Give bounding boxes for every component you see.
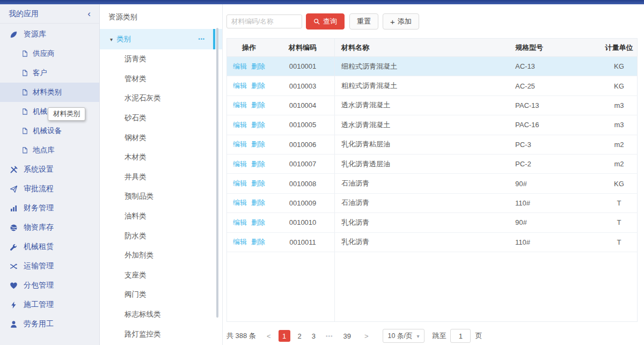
spec-model: 110# — [510, 233, 601, 252]
edit-link[interactable]: 编辑 — [233, 218, 247, 227]
delete-link[interactable]: 删除 — [251, 120, 265, 130]
material-name: 透水沥青混凝土 — [335, 115, 510, 134]
table-row[interactable]: 编辑删除 0010011 乳化沥青 110# T — [227, 233, 637, 252]
sidebar-item-resource-library[interactable]: 资源库 — [0, 25, 99, 44]
jump-page-input[interactable] — [450, 329, 471, 343]
sidebar-item-location-library[interactable]: 地点库 — [0, 141, 99, 160]
edit-link[interactable]: 编辑 — [233, 100, 247, 110]
page-size-value: 10 条/页 — [388, 332, 413, 341]
category-item[interactable]: 水泥石灰类 — [100, 89, 222, 108]
delete-link[interactable]: 删除 — [251, 237, 265, 247]
delete-link[interactable]: 删除 — [251, 179, 265, 188]
category-item[interactable]: 防水类 — [100, 226, 222, 246]
more-actions-icon[interactable]: ••• — [199, 36, 205, 42]
table-row[interactable]: 编辑删除 0010004 透水沥青混凝土 PAC-13 m3 — [227, 96, 637, 115]
material-name: 乳化沥青 — [335, 233, 510, 252]
edit-link[interactable]: 编辑 — [233, 237, 247, 247]
scrollbar[interactable] — [216, 28, 218, 318]
toolbar: 查询 重置 + 添加 — [226, 13, 644, 30]
category-item[interactable]: 砂石类 — [100, 108, 222, 128]
edit-link[interactable]: 编辑 — [233, 159, 247, 169]
prev-page-icon[interactable]: < — [267, 332, 271, 340]
sidebar-item-approval-flow[interactable]: 审批流程 — [0, 179, 99, 199]
sidebar-item-label: 财务管理 — [24, 203, 54, 213]
table-row[interactable]: 编辑删除 0010003 粗粒式沥青混凝土 AC-25 KG — [227, 76, 637, 96]
sidebar-item-construction[interactable]: 施工管理 — [0, 295, 99, 314]
sidebar-item-supplier[interactable]: 供应商 — [0, 44, 99, 63]
delete-link[interactable]: 删除 — [251, 81, 265, 91]
edit-link[interactable]: 编辑 — [233, 120, 247, 130]
ellipsis-icon[interactable]: ••• — [326, 333, 333, 339]
material-code: 0010006 — [271, 135, 335, 154]
caret-down-icon[interactable]: ▾ — [110, 36, 113, 42]
sidebar-item-transport[interactable]: 运输管理 — [0, 256, 99, 276]
category-item[interactable]: 外加剂类 — [100, 246, 222, 266]
edit-link[interactable]: 编辑 — [233, 81, 247, 91]
reset-button[interactable]: 重置 — [349, 13, 378, 30]
edit-link[interactable]: 编辑 — [233, 179, 247, 188]
category-item[interactable]: 井具类 — [100, 167, 222, 187]
category-item[interactable]: 木材类 — [100, 148, 222, 167]
table-empty-area — [227, 252, 637, 321]
search-icon — [313, 18, 320, 25]
edit-link[interactable]: 编辑 — [233, 198, 247, 208]
sidebar-item-labor[interactable]: 劳务用工 — [0, 314, 99, 334]
page-button-39[interactable]: 39 — [343, 332, 351, 340]
sidebar-item-machine-equipment[interactable]: 机械设备 — [0, 121, 99, 141]
table-row[interactable]: 编辑删除 0010008 石油沥青 90# KG — [227, 174, 637, 193]
file-icon — [21, 108, 28, 115]
total-count: 共 388 条 — [226, 331, 256, 341]
category-item[interactable]: 标志标线类 — [100, 305, 222, 325]
page-button-3[interactable]: 3 — [312, 332, 316, 340]
sidebar-item-subcontract[interactable]: 分包管理 — [0, 276, 99, 295]
table-row[interactable]: 编辑删除 0010009 石油沥青 110# T — [227, 194, 637, 213]
category-item[interactable]: 支座类 — [100, 266, 222, 285]
query-button[interactable]: 查询 — [306, 13, 345, 30]
category-item[interactable]: 油料类 — [100, 207, 222, 226]
sidebar-item-finance[interactable]: 财务管理 — [0, 199, 99, 218]
chevron-down-icon: ▾ — [416, 333, 419, 339]
delete-link[interactable]: 删除 — [251, 198, 265, 208]
add-button[interactable]: + 添加 — [383, 13, 419, 30]
sidebar-header: 我的应用 ‹ — [0, 4, 99, 24]
page-size-select[interactable]: 10 条/页 ▾ — [383, 329, 425, 343]
bolt-icon — [9, 300, 18, 309]
pagination: 共 388 条 < 1 2 3 ••• 39 > 10 条/页 ▾ 跳至 页 — [226, 329, 644, 343]
delete-link[interactable]: 删除 — [251, 159, 265, 169]
category-item[interactable]: 阀门类 — [100, 285, 222, 305]
table-row[interactable]: 编辑删除 0010007 乳化沥青透层油 PC-2 m2 — [227, 155, 637, 174]
sidebar-item-machine-rental[interactable]: 机械租赁 — [0, 237, 99, 256]
table-row[interactable]: 编辑删除 0010001 细粒式沥青混凝土 AC-13 KG — [227, 57, 637, 76]
delete-link[interactable]: 删除 — [251, 100, 265, 110]
edit-link[interactable]: 编辑 — [233, 140, 247, 149]
sidebar-item-material-category[interactable]: 材料类别 — [0, 83, 99, 102]
shuffle-icon — [9, 262, 18, 270]
table-row[interactable]: 编辑删除 0010005 透水沥青混凝土 PAC-16 m3 — [227, 115, 637, 135]
page-button-2[interactable]: 2 — [298, 332, 302, 340]
next-page-icon[interactable]: > — [364, 332, 369, 340]
page-button-1[interactable]: 1 — [279, 330, 290, 342]
search-input[interactable] — [226, 14, 302, 28]
category-item[interactable]: 沥青类 — [100, 49, 222, 69]
sidebar-item-customer[interactable]: 客户 — [0, 63, 99, 83]
tooltip: 材料类别 — [48, 107, 85, 121]
wrench-icon — [9, 243, 18, 251]
unit: T — [601, 213, 637, 232]
material-name: 石油沥青 — [335, 174, 510, 193]
category-item[interactable]: 钢材类 — [100, 128, 222, 148]
delete-link[interactable]: 删除 — [251, 218, 265, 227]
sidebar-item-material-inventory[interactable]: 物资库存 — [0, 218, 99, 237]
table-row[interactable]: 编辑删除 0010010 乳化沥青 90# T — [227, 213, 637, 232]
sidebar-item-system-settings[interactable]: 系统设置 — [0, 160, 99, 179]
file-icon — [21, 146, 28, 154]
delete-link[interactable]: 删除 — [251, 140, 265, 149]
delete-link[interactable]: 删除 — [251, 62, 265, 71]
sidebar-item-label: 分包管理 — [24, 281, 54, 290]
category-item[interactable]: 预制品类 — [100, 187, 222, 207]
edit-link[interactable]: 编辑 — [233, 62, 247, 71]
category-item[interactable]: 路灯监控类 — [100, 324, 222, 344]
category-tree-root[interactable]: ▾ 类别 ••• — [100, 29, 222, 49]
category-item[interactable]: 管材类 — [100, 69, 222, 89]
collapse-sidebar-icon[interactable]: ‹ — [87, 9, 91, 18]
table-row[interactable]: 编辑删除 0010006 乳化沥青粘层油 PC-3 m2 — [227, 135, 637, 155]
